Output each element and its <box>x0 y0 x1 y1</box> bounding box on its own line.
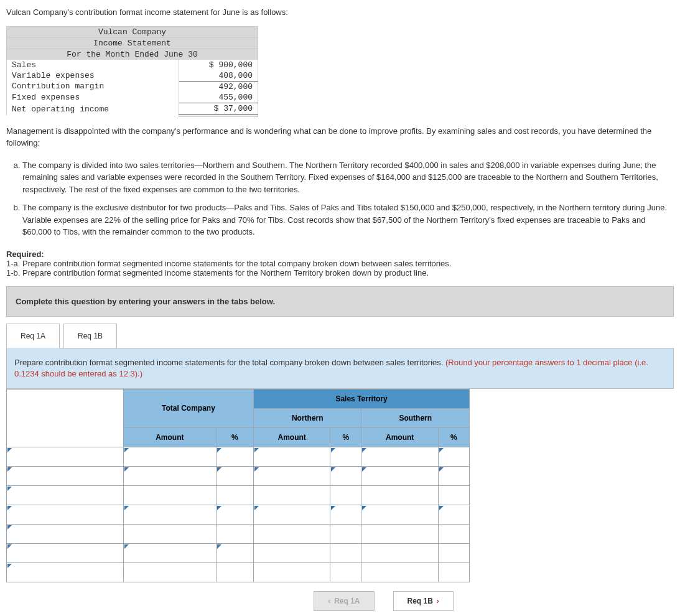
row-label-input-7[interactable] <box>7 562 124 582</box>
cell-input[interactable] <box>253 505 330 524</box>
row-var-value: 408,000 <box>179 70 258 82</box>
cell-readonly <box>253 543 330 562</box>
income-statement-table: Vulcan Company Income Statement For the … <box>6 26 258 116</box>
next-button[interactable]: Req 1B› <box>393 591 454 611</box>
sub-amount-1: Amount <box>124 427 217 447</box>
cell-readonly <box>438 562 469 582</box>
cell-input[interactable] <box>124 466 217 485</box>
col-northern: Northern <box>253 408 361 427</box>
tab-req-1a[interactable]: Req 1A <box>6 324 60 348</box>
row-fixed-label: Fixed expenses <box>7 92 179 103</box>
info-b: The company is the exclusive distributor… <box>22 202 674 238</box>
cell-readonly <box>216 524 253 543</box>
cell-readonly <box>361 543 438 562</box>
row-fixed-value: 455,000 <box>179 92 258 103</box>
info-a: The company is divided into two sales te… <box>22 159 674 196</box>
cell-readonly <box>438 485 469 505</box>
bottom-nav: ‹Req 1A Req 1B› <box>93 591 674 611</box>
cell-input[interactable] <box>124 505 217 524</box>
sub-amount-3: Amount <box>361 427 438 447</box>
col-sales-territory: Sales Territory <box>253 389 469 408</box>
chevron-right-icon: › <box>437 597 439 605</box>
instruction-bar: Complete this question by entering your … <box>6 286 674 317</box>
cell-readonly <box>216 485 253 505</box>
required-1a: 1-a. Prepare contribution format segment… <box>6 259 674 268</box>
cell-input[interactable] <box>361 466 438 485</box>
sub-pct-3: % <box>438 427 469 447</box>
sub-pct-1: % <box>216 427 253 447</box>
row-cm-value: 492,000 <box>179 81 258 92</box>
prev-button: ‹Req 1A <box>314 591 374 611</box>
cell-readonly <box>124 562 217 582</box>
cell-readonly <box>330 562 361 582</box>
prev-label: Req 1A <box>334 597 360 605</box>
cell-input[interactable] <box>124 447 217 466</box>
cell-readonly <box>361 524 438 543</box>
row-var-label: Variable expenses <box>7 70 179 82</box>
row-cm-label: Contribution margin <box>7 81 179 92</box>
cell-input[interactable] <box>438 505 469 524</box>
required-header: Required: <box>6 250 674 259</box>
cell-readonly <box>216 562 253 582</box>
cell-input[interactable] <box>216 505 253 524</box>
required-1b: 1-b. Prepare contribution format segment… <box>6 268 674 278</box>
cell-input[interactable] <box>216 543 253 562</box>
row-label-input-5[interactable] <box>7 524 124 543</box>
cell-input[interactable] <box>253 447 330 466</box>
next-label: Req 1B <box>408 597 433 605</box>
answer-table: Total Company Sales Territory Northern S… <box>6 389 470 582</box>
row-label-input-6[interactable] <box>7 543 124 562</box>
tab-instruction-panel: Prepare contribution format segmented in… <box>6 348 674 389</box>
row-sales-value: $ 900,000 <box>179 60 258 70</box>
cell-input[interactable] <box>330 505 361 524</box>
required-block: Required: 1-a. Prepare contribution form… <box>6 250 674 278</box>
sub-amount-2: Amount <box>253 427 330 447</box>
row-label-input-1[interactable] <box>7 447 124 466</box>
cell-input[interactable] <box>438 447 469 466</box>
col-southern: Southern <box>361 408 470 427</box>
row-label-input-4[interactable] <box>7 505 124 524</box>
cell-input[interactable] <box>216 447 253 466</box>
cell-input[interactable] <box>361 447 438 466</box>
row-noi-label: Net operating income <box>7 103 179 115</box>
cell-input[interactable] <box>330 466 361 485</box>
stmt-header3: For the Month Ended June 30 <box>7 49 258 60</box>
cell-readonly <box>438 543 469 562</box>
cell-input[interactable] <box>330 447 361 466</box>
tab-strip: Req 1A Req 1B <box>6 323 674 348</box>
row-noi-value: $ 37,000 <box>179 103 258 115</box>
col-total-company: Total Company <box>124 389 254 427</box>
cell-readonly <box>253 485 330 505</box>
intro-text: Vulcan Company's contribution format inc… <box>6 6 674 19</box>
cell-input[interactable] <box>124 543 217 562</box>
stmt-header2: Income Statement <box>7 37 258 49</box>
cell-readonly <box>361 562 438 582</box>
cell-input[interactable] <box>438 466 469 485</box>
row-sales-label: Sales <box>7 60 179 70</box>
cell-readonly <box>361 485 438 505</box>
stmt-header1: Vulcan Company <box>7 26 258 37</box>
cell-input[interactable] <box>253 466 330 485</box>
cell-readonly <box>124 524 217 543</box>
sub-pct-2: % <box>330 427 361 447</box>
cell-readonly <box>330 485 361 505</box>
cell-readonly <box>330 543 361 562</box>
cell-input[interactable] <box>216 466 253 485</box>
row-label-input-3[interactable] <box>7 485 124 505</box>
cell-readonly <box>330 524 361 543</box>
cell-input[interactable] <box>361 505 438 524</box>
cell-readonly <box>253 562 330 582</box>
info-list: The company is divided into two sales te… <box>6 159 674 238</box>
cell-readonly <box>253 524 330 543</box>
para2: Management is disappointed with the comp… <box>6 125 674 149</box>
cell-readonly <box>438 524 469 543</box>
tab-instr-black: Prepare contribution format segmented in… <box>14 358 445 367</box>
chevron-left-icon: ‹ <box>328 597 330 605</box>
cell-readonly <box>124 485 217 505</box>
row-label-input-2[interactable] <box>7 466 124 485</box>
tab-req-1b[interactable]: Req 1B <box>63 324 117 348</box>
